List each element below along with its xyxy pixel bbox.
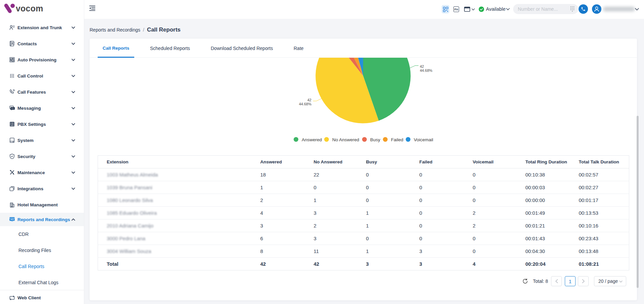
svg-text:Answered: Answered (302, 137, 322, 142)
svg-text:Failed: Failed (391, 137, 403, 142)
svg-text:44.68%: 44.68% (299, 102, 312, 106)
svg-text:44.68%: 44.68% (420, 68, 433, 72)
svg-text:No Answered: No Answered (332, 137, 359, 142)
svg-text:42: 42 (307, 98, 311, 102)
svg-text:Busy: Busy (370, 137, 380, 142)
svg-text:Voicemail: Voicemail (414, 137, 433, 142)
svg-text:42: 42 (420, 64, 424, 68)
